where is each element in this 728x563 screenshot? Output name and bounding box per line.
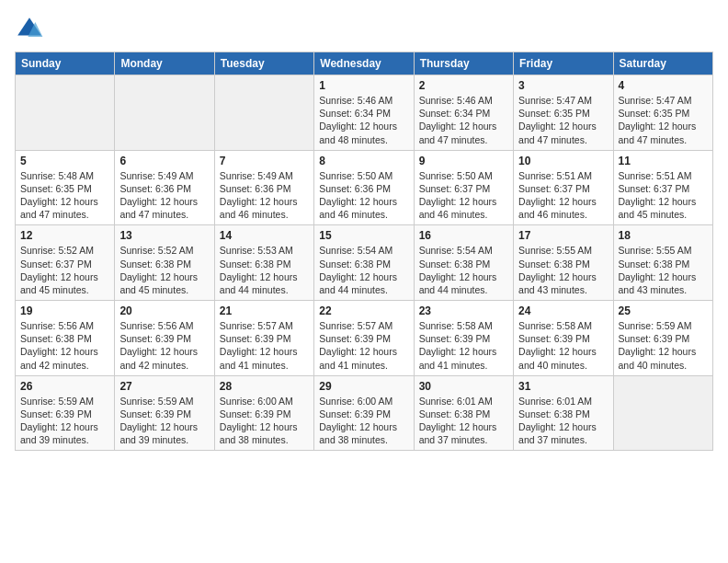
- day-number: 13: [119, 229, 209, 242]
- calendar-day-cell: 27 Sunrise: 5:59 AM Sunset: 6:39 PM Dayl…: [115, 375, 214, 451]
- day-info: Sunrise: 5:58 AM Sunset: 6:39 PM Dayligh…: [419, 319, 508, 372]
- calendar-day-cell: 10 Sunrise: 5:51 AM Sunset: 6:37 PM Dayl…: [514, 150, 613, 225]
- calendar-day-cell: 17 Sunrise: 5:55 AM Sunset: 6:38 PM Dayl…: [514, 225, 613, 301]
- day-number: 10: [518, 155, 608, 167]
- day-number: 20: [119, 304, 209, 317]
- day-number: 15: [319, 229, 408, 242]
- calendar-week-row: 12 Sunrise: 5:52 AM Sunset: 6:37 PM Dayl…: [16, 225, 713, 301]
- day-number: 12: [20, 229, 109, 242]
- day-number: 22: [319, 304, 408, 317]
- day-info: Sunrise: 5:47 AM Sunset: 6:35 PM Dayligh…: [619, 94, 708, 146]
- day-info: Sunrise: 5:52 AM Sunset: 6:38 PM Dayligh…: [119, 244, 209, 296]
- calendar-day-cell: 12 Sunrise: 5:52 AM Sunset: 6:37 PM Dayl…: [16, 225, 115, 301]
- day-info: Sunrise: 5:59 AM Sunset: 6:39 PM Dayligh…: [20, 395, 109, 447]
- day-info: Sunrise: 5:56 AM Sunset: 6:38 PM Dayligh…: [20, 319, 109, 372]
- day-info: Sunrise: 5:54 AM Sunset: 6:38 PM Dayligh…: [419, 244, 508, 296]
- weekday-header: Sunday: [16, 52, 115, 75]
- day-info: Sunrise: 5:56 AM Sunset: 6:39 PM Dayligh…: [119, 319, 209, 372]
- logo: [15, 15, 48, 44]
- weekday-header: Tuesday: [214, 52, 313, 75]
- calendar-day-cell: 18 Sunrise: 5:55 AM Sunset: 6:38 PM Dayl…: [613, 225, 712, 301]
- day-info: Sunrise: 5:48 AM Sunset: 6:35 PM Dayligh…: [20, 169, 109, 222]
- calendar-day-cell: 2 Sunrise: 5:46 AM Sunset: 6:34 PM Dayli…: [414, 75, 513, 151]
- day-info: Sunrise: 5:51 AM Sunset: 6:37 PM Dayligh…: [518, 169, 608, 222]
- calendar-day-cell: 16 Sunrise: 5:54 AM Sunset: 6:38 PM Dayl…: [414, 225, 513, 301]
- day-number: 21: [220, 304, 309, 317]
- day-number: 16: [419, 229, 508, 242]
- calendar-day-cell: 25 Sunrise: 5:59 AM Sunset: 6:39 PM Dayl…: [613, 301, 712, 376]
- day-info: Sunrise: 6:00 AM Sunset: 6:39 PM Dayligh…: [319, 395, 408, 447]
- calendar-day-cell: 6 Sunrise: 5:49 AM Sunset: 6:36 PM Dayli…: [115, 150, 214, 225]
- calendar-day-cell: 9 Sunrise: 5:50 AM Sunset: 6:37 PM Dayli…: [414, 150, 513, 225]
- weekday-header: Monday: [115, 52, 214, 75]
- day-number: 29: [319, 380, 408, 393]
- calendar-day-cell: 26 Sunrise: 5:59 AM Sunset: 6:39 PM Dayl…: [16, 375, 115, 451]
- calendar-day-cell: 20 Sunrise: 5:56 AM Sunset: 6:39 PM Dayl…: [115, 301, 214, 376]
- day-number: 19: [20, 304, 109, 317]
- calendar-day-cell: [613, 375, 712, 451]
- day-number: 23: [419, 304, 508, 317]
- weekday-header: Friday: [514, 52, 613, 75]
- calendar-day-cell: 7 Sunrise: 5:49 AM Sunset: 6:36 PM Dayli…: [214, 150, 313, 225]
- day-info: Sunrise: 5:51 AM Sunset: 6:37 PM Dayligh…: [619, 169, 708, 222]
- calendar-day-cell: 5 Sunrise: 5:48 AM Sunset: 6:35 PM Dayli…: [16, 150, 115, 225]
- calendar-day-cell: [16, 75, 115, 151]
- calendar-day-cell: 24 Sunrise: 5:58 AM Sunset: 6:39 PM Dayl…: [514, 301, 613, 376]
- day-number: 11: [619, 155, 708, 167]
- calendar-day-cell: 13 Sunrise: 5:52 AM Sunset: 6:38 PM Dayl…: [115, 225, 214, 301]
- calendar-day-cell: 31 Sunrise: 6:01 AM Sunset: 6:38 PM Dayl…: [514, 375, 613, 451]
- day-info: Sunrise: 5:57 AM Sunset: 6:39 PM Dayligh…: [220, 319, 309, 372]
- calendar-day-cell: 14 Sunrise: 5:53 AM Sunset: 6:38 PM Dayl…: [214, 225, 313, 301]
- calendar-day-cell: 29 Sunrise: 6:00 AM Sunset: 6:39 PM Dayl…: [314, 375, 414, 451]
- calendar-day-cell: 19 Sunrise: 5:56 AM Sunset: 6:38 PM Dayl…: [16, 301, 115, 376]
- day-number: 31: [518, 380, 608, 393]
- day-number: 18: [619, 229, 708, 242]
- calendar-day-cell: 21 Sunrise: 5:57 AM Sunset: 6:39 PM Dayl…: [214, 301, 313, 376]
- day-info: Sunrise: 5:49 AM Sunset: 6:36 PM Dayligh…: [220, 169, 309, 222]
- calendar-week-row: 5 Sunrise: 5:48 AM Sunset: 6:35 PM Dayli…: [16, 150, 713, 225]
- day-info: Sunrise: 5:55 AM Sunset: 6:38 PM Dayligh…: [619, 244, 708, 296]
- day-info: Sunrise: 6:01 AM Sunset: 6:38 PM Dayligh…: [419, 395, 508, 447]
- calendar-week-row: 1 Sunrise: 5:46 AM Sunset: 6:34 PM Dayli…: [16, 75, 713, 151]
- day-info: Sunrise: 5:49 AM Sunset: 6:36 PM Dayligh…: [119, 169, 209, 222]
- calendar-day-cell: 30 Sunrise: 6:01 AM Sunset: 6:38 PM Dayl…: [414, 375, 513, 451]
- day-number: 1: [319, 79, 408, 92]
- day-number: 25: [619, 304, 708, 317]
- calendar-day-cell: 22 Sunrise: 5:57 AM Sunset: 6:39 PM Dayl…: [314, 301, 414, 376]
- calendar-header-row: SundayMondayTuesdayWednesdayThursdayFrid…: [16, 52, 713, 75]
- day-number: 7: [220, 155, 309, 167]
- calendar-day-cell: 11 Sunrise: 5:51 AM Sunset: 6:37 PM Dayl…: [613, 150, 712, 225]
- day-info: Sunrise: 5:46 AM Sunset: 6:34 PM Dayligh…: [319, 94, 408, 146]
- day-number: 3: [518, 79, 608, 92]
- calendar-week-row: 26 Sunrise: 5:59 AM Sunset: 6:39 PM Dayl…: [16, 375, 713, 451]
- calendar-day-cell: [214, 75, 313, 151]
- page-header: [15, 15, 713, 44]
- day-number: 14: [220, 229, 309, 242]
- day-number: 5: [20, 155, 109, 167]
- calendar-week-row: 19 Sunrise: 5:56 AM Sunset: 6:38 PM Dayl…: [16, 301, 713, 376]
- calendar-day-cell: 1 Sunrise: 5:46 AM Sunset: 6:34 PM Dayli…: [314, 75, 414, 151]
- day-info: Sunrise: 6:00 AM Sunset: 6:39 PM Dayligh…: [220, 395, 309, 447]
- day-number: 17: [518, 229, 608, 242]
- day-info: Sunrise: 5:55 AM Sunset: 6:38 PM Dayligh…: [518, 244, 608, 296]
- weekday-header: Wednesday: [314, 52, 414, 75]
- day-info: Sunrise: 5:52 AM Sunset: 6:37 PM Dayligh…: [20, 244, 109, 296]
- day-info: Sunrise: 6:01 AM Sunset: 6:38 PM Dayligh…: [518, 395, 608, 447]
- day-info: Sunrise: 5:46 AM Sunset: 6:34 PM Dayligh…: [419, 94, 508, 146]
- day-info: Sunrise: 5:59 AM Sunset: 6:39 PM Dayligh…: [619, 319, 708, 372]
- day-number: 9: [419, 155, 508, 167]
- calendar-day-cell: [115, 75, 214, 151]
- logo-icon: [15, 15, 44, 44]
- day-number: 30: [419, 380, 508, 393]
- day-number: 28: [220, 380, 309, 393]
- day-number: 6: [119, 155, 209, 167]
- calendar-day-cell: 8 Sunrise: 5:50 AM Sunset: 6:36 PM Dayli…: [314, 150, 414, 225]
- day-number: 24: [518, 304, 608, 317]
- day-info: Sunrise: 5:59 AM Sunset: 6:39 PM Dayligh…: [119, 395, 209, 447]
- weekday-header: Saturday: [613, 52, 712, 75]
- day-info: Sunrise: 5:50 AM Sunset: 6:36 PM Dayligh…: [319, 169, 408, 222]
- day-info: Sunrise: 5:58 AM Sunset: 6:39 PM Dayligh…: [518, 319, 608, 372]
- day-info: Sunrise: 5:50 AM Sunset: 6:37 PM Dayligh…: [419, 169, 508, 222]
- day-number: 27: [119, 380, 209, 393]
- day-info: Sunrise: 5:54 AM Sunset: 6:38 PM Dayligh…: [319, 244, 408, 296]
